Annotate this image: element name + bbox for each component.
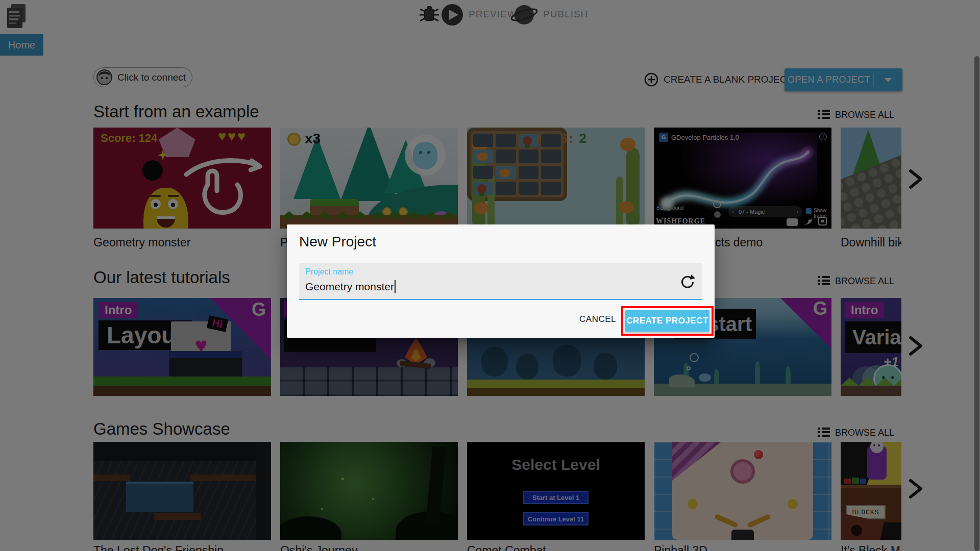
dialog-title: New Project	[299, 234, 376, 250]
cancel-button[interactable]: CANCEL	[579, 314, 616, 324]
project-name-field[interactable]: Project name Geometry monster	[299, 263, 702, 300]
new-project-dialog: New Project Project name Geometry monste…	[287, 224, 715, 338]
red-annotation-highlight	[621, 306, 714, 336]
project-name-value: Geometry monster	[305, 281, 394, 293]
refresh-icon[interactable]	[679, 273, 695, 290]
project-name-input[interactable]: Geometry monster	[305, 280, 396, 293]
gdevelop-window: PREVIEW PUBLISH Home Click to connect	[0, 0, 980, 551]
text-cursor	[395, 280, 396, 293]
project-name-label: Project name	[305, 267, 353, 277]
